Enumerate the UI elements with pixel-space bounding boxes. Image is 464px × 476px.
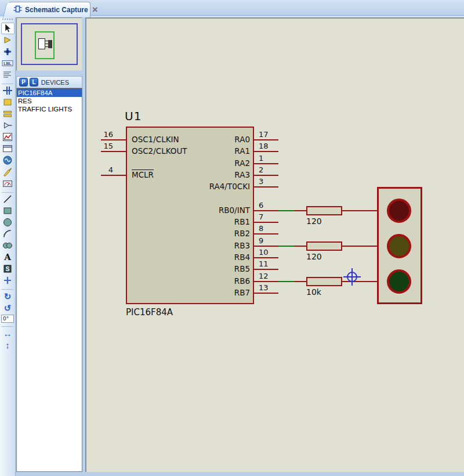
pin-number-3: 3 [259,177,276,186]
pin-number-1: 1 [259,154,276,163]
wire-rb3-to-resistor[interactable] [294,246,306,247]
resistor-body-2[interactable] [306,241,342,251]
pin-line-right-11[interactable] [254,269,278,270]
toolbar-separator [2,287,13,290]
pin-name-ra1: RA1 [168,146,250,156]
wire-rb6-green[interactable] [278,281,294,282]
pin-line-left-4[interactable] [101,175,126,176]
pin-number-16: 16 [98,130,113,139]
tool-graph-mode[interactable] [1,131,14,143]
2d-symbol-mode-icon: S [2,264,13,274]
pin-line-left-16[interactable] [101,139,126,140]
resistor-body-1[interactable] [306,206,342,215]
tool-buses-mode[interactable] [1,85,14,96]
virtual-instruments-mode-icon [2,178,13,189]
overview-minimap[interactable] [16,17,82,71]
pin-name-rb2: RB2 [168,229,250,239]
tool-2d-line-mode[interactable] [1,193,14,205]
pin-number-18: 18 [259,142,276,150]
pin-line-right-18[interactable] [254,151,278,152]
pin-line-right-3[interactable] [254,186,278,187]
2d-box-mode-icon [2,205,13,216]
tool-generator-mode[interactable] [1,154,14,166]
tool-device-pins-mode[interactable] [1,120,14,131]
pin-line-right-12[interactable] [254,281,278,282]
pin-name-rb0-int: RB0/INT [168,205,250,215]
schematic-canvas[interactable]: U1PIC16F84A16OSC1/CLKIN15OSC2/CLKOUT4MCL… [85,17,464,472]
tool-terminals-mode[interactable] [1,108,14,120]
pin-line-right-8[interactable] [254,233,278,235]
wire-resistor-2-to-light[interactable] [342,246,378,247]
svg-text:S: S [6,266,10,272]
pin-line-right-13[interactable] [254,293,278,294]
pin-name-ra4-t0cki: RA4/T0CKI [168,182,250,192]
tool-2d-box-mode[interactable] [1,205,14,217]
junction-dot-mode-icon [2,46,13,57]
wire-resistor-1-to-light[interactable] [342,210,378,211]
rotation-angle-field[interactable]: 0° [1,315,14,323]
toolbar-grip[interactable] [2,19,13,22]
pin-line-right-2[interactable] [254,175,278,176]
tool-selection-mode[interactable] [1,23,14,34]
tool-mirror-vertical[interactable]: ↕ [1,339,14,351]
traffic-light-green-lamp [387,269,411,294]
chip-part-label: PIC16F84A [126,307,173,318]
tool-wire-label-mode[interactable]: LBL [1,57,14,69]
rotate-anticlockwise-icon: ↺ [4,304,12,312]
pin-name-rb6: RB6 [168,276,250,286]
pin-line-right-17[interactable] [254,139,278,140]
pin-line-right-10[interactable] [254,257,278,258]
tool-mirror-horizontal[interactable]: ↔ [1,327,14,339]
wire-rb0/int-to-resistor[interactable] [294,210,306,211]
tool-tape-recorder-mode[interactable] [1,143,14,154]
minimap-trafficlight-thumb [48,40,52,48]
device-item-traffic-lights[interactable]: TRAFFIC LIGHTS [17,105,82,113]
pin-line-right-9[interactable] [254,246,278,247]
tool-2d-circle-mode[interactable] [1,217,14,228]
pin-name-rb1: RB1 [168,217,250,227]
wire-rb0/int-green[interactable] [278,210,294,211]
tool-component-mode[interactable] [1,34,14,46]
library-button[interactable]: L [30,78,38,86]
wire-rb6-to-resistor[interactable] [294,281,306,282]
pin-name-mclr: MCLR [132,170,154,180]
tool-rotate-anticlockwise[interactable]: ↺ [1,302,14,313]
toolbar-separator [2,190,13,193]
wire-rb3-green[interactable] [278,246,294,247]
pin-line-right-6[interactable] [254,210,278,211]
tab-bar: Schematic Capture × [0,0,464,17]
tool-junction-dot-mode[interactable] [1,46,14,57]
devices-list[interactable]: PIC16F84ARESTRAFFIC LIGHTS [16,88,82,472]
tool-2d-symbol-mode[interactable]: S [1,263,14,275]
rotate-clockwise-icon: ↻ [4,292,12,301]
tab-schematic-capture[interactable]: Schematic Capture × [8,2,90,17]
tool-text-script-mode[interactable] [1,69,14,81]
devices-label: DEVICES [41,79,69,86]
chip-reference: U1 [125,109,142,123]
pick-devices-button[interactable]: P [19,78,28,86]
device-item-pic16f84a[interactable]: PIC16F84A [17,89,82,97]
pin-line-right-7[interactable] [254,222,278,223]
traffic-light-red-lamp [387,199,411,223]
2d-marker-mode-icon [2,275,13,286]
tool-rotate-clockwise[interactable]: ↻ [1,290,14,302]
tool-voltage-probe-mode[interactable] [1,166,14,178]
tab-close-icon[interactable]: × [91,6,99,14]
tool-2d-path-mode[interactable] [1,240,14,251]
pin-line-left-15[interactable] [101,151,126,152]
mirror-horizontal-icon: ↔ [3,329,12,338]
tool-subcircuit-mode[interactable] [1,96,14,108]
device-item-res[interactable]: RES [17,97,82,105]
pin-name-rb3: RB3 [168,241,250,251]
tool-2d-marker-mode[interactable] [1,275,14,286]
resistor-body-3[interactable] [306,277,342,286]
pin-name-ra3: RA3 [168,170,250,180]
svg-text:A: A [3,252,11,262]
pin-line-right-1[interactable] [254,163,278,164]
tool-2d-text-mode[interactable]: A [1,251,14,263]
pin-name-rb7: RB7 [168,288,250,298]
component-mode-icon [2,35,13,45]
graph-mode-icon [2,132,13,142]
tool-virtual-instruments-mode[interactable] [1,178,14,189]
tool-2d-arc-mode[interactable] [1,228,14,240]
